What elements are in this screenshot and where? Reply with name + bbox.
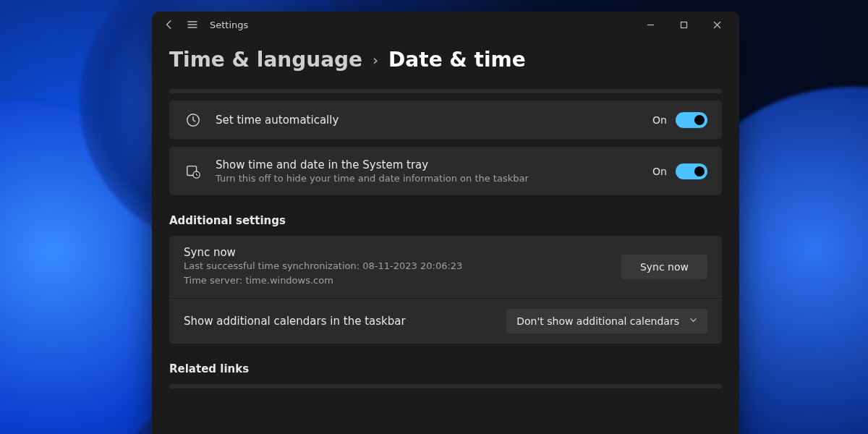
window-title: Settings	[210, 20, 248, 30]
titlebar: Settings	[152, 12, 739, 38]
chevron-down-icon	[689, 316, 697, 326]
card-edge	[169, 89, 722, 93]
setting-subtitle: Turn this off to hide your time and date…	[216, 173, 639, 184]
breadcrumb-parent[interactable]: Time & language	[169, 48, 362, 72]
back-button[interactable]	[158, 13, 181, 36]
section-header-related: Related links	[169, 362, 722, 375]
setting-title: Sync now	[184, 246, 608, 259]
last-sync-line: Last successful time synchronization: 08…	[184, 260, 608, 273]
settings-content: Time & language › Date & time Set time a…	[152, 38, 739, 434]
setting-additional-calendars: Show additional calendars in the taskbar…	[169, 298, 722, 344]
section-header-additional: Additional settings	[169, 214, 722, 227]
setting-title: Show additional calendars in the taskbar	[184, 315, 493, 328]
calendar-clock-icon	[184, 163, 203, 179]
setting-show-tray: Show time and date in the System tray Tu…	[169, 147, 722, 195]
setting-title: Show time and date in the System tray	[216, 158, 639, 171]
breadcrumb-current: Date & time	[388, 48, 526, 72]
minimize-button[interactable]	[634, 13, 667, 36]
sync-now-button[interactable]: Sync now	[621, 255, 707, 279]
additional-settings-group: Sync now Last successful time synchroniz…	[169, 236, 722, 344]
close-button[interactable]	[700, 13, 733, 36]
setting-title: Set time automatically	[216, 114, 639, 127]
toggle-state-label: On	[652, 166, 667, 177]
show-tray-toggle[interactable]	[676, 163, 707, 179]
hamburger-menu-icon[interactable]	[181, 13, 204, 36]
setting-set-time-auto: Set time automatically On	[169, 101, 722, 140]
maximize-button[interactable]	[667, 13, 700, 36]
card-edge	[169, 384, 722, 388]
clock-icon	[184, 112, 203, 128]
time-server-line: Time server: time.windows.com	[184, 274, 608, 288]
additional-calendars-dropdown[interactable]: Don't show additional calendars	[506, 309, 707, 333]
settings-window: Settings Time & language › Date & time S…	[152, 12, 739, 434]
dropdown-selected: Don't show additional calendars	[516, 315, 679, 327]
chevron-right-icon: ›	[373, 51, 378, 69]
svg-rect-0	[681, 22, 686, 27]
breadcrumb: Time & language › Date & time	[169, 48, 722, 72]
set-time-auto-toggle[interactable]	[676, 112, 707, 128]
toggle-state-label: On	[652, 114, 667, 126]
setting-sync-now: Sync now Last successful time synchroniz…	[169, 236, 722, 298]
